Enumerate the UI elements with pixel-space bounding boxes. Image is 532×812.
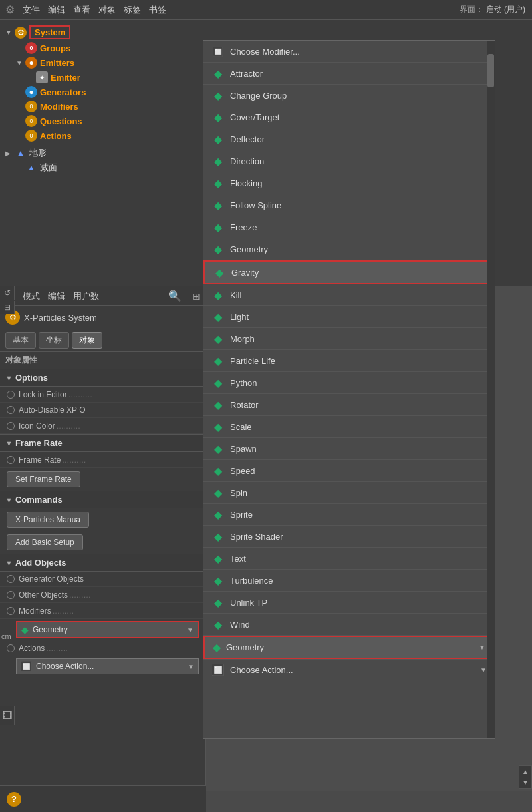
choose-action-arrow: ▼ — [480, 666, 487, 674]
change-group-label: Change Group — [230, 91, 287, 101]
particle-life-icon: ◆ — [211, 354, 225, 367]
menu-edit[interactable]: 编辑 — [48, 4, 65, 16]
dropdown-item-direction[interactable]: ◆ Direction — [203, 150, 495, 172]
bottom-expand-icon[interactable]: ⊞ — [192, 291, 200, 302]
options-group-title: Options — [15, 373, 48, 383]
menu-file[interactable]: 文件 — [23, 4, 40, 16]
dropdown-item-gravity[interactable]: ◆ Gravity — [203, 260, 495, 284]
frame-rate-radio[interactable] — [7, 456, 15, 464]
choose-action-select[interactable]: 🔲 Choose Action... ▼ — [203, 659, 495, 680]
menu-object[interactable]: 对象 — [98, 4, 116, 16]
dropdown-item-freeze[interactable]: ◆ Freeze — [203, 216, 495, 238]
menu-bookmark[interactable]: 书签 — [149, 4, 166, 16]
set-frame-rate-row: Set Frame Rate — [0, 468, 205, 491]
dropdown-item-text[interactable]: ◆ Text — [203, 548, 495, 570]
actions-select-container: 🔲 Choose Action... ▼ — [0, 656, 205, 676]
dropdown-item-python[interactable]: ◆ Python — [203, 372, 495, 394]
dropdown-item-attractor[interactable]: ◆ Attractor — [203, 63, 495, 85]
left-side-icon-window[interactable]: ⊟ — [0, 301, 15, 314]
dropdown-item-deflector[interactable]: ◆ Deflector — [203, 128, 495, 150]
dropdown-item-spawn[interactable]: ◆ Spawn — [203, 438, 495, 460]
deflector-icon: ◆ — [211, 132, 225, 146]
emitters-icon: ● — [25, 57, 37, 69]
emitter-icon: ✦ — [36, 71, 48, 83]
gravity-icon: ◆ — [213, 266, 226, 279]
dropdown-item-particle-life[interactable]: ◆ Particle Life — [203, 350, 495, 372]
dropdown-item-follow-spline[interactable]: ◆ Follow Spline — [203, 194, 495, 216]
film-icon[interactable]: 🎞 — [0, 706, 15, 725]
actions-select-box[interactable]: 🔲 Choose Action... ▼ — [16, 658, 199, 674]
scale-icon: ◆ — [211, 420, 225, 433]
modifiers-select-arrow: ▼ — [187, 626, 194, 634]
tab-object[interactable]: 对象 — [72, 332, 102, 349]
tree-label-system: System — [29, 25, 70, 39]
dropdown-item-cover-target[interactable]: ◆ Cover/Target — [203, 106, 495, 128]
add-basic-setup-button[interactable]: Add Basic Setup — [7, 534, 83, 550]
other-objects-radio[interactable] — [7, 591, 15, 599]
dropdown-item-kill[interactable]: ◆ Kill — [203, 284, 495, 306]
dropdown-item-flocking[interactable]: ◆ Flocking — [203, 172, 495, 194]
dropdown-item-unlink-tp[interactable]: ◆ Unlink TP — [203, 592, 495, 614]
dropdown-item-change-group[interactable]: ◆ Change Group — [203, 85, 495, 106]
left-side-icon-refresh[interactable]: ↺ — [0, 286, 15, 300]
frame-rate-dots: .......... — [62, 455, 86, 465]
dropdown-item-sprite-shader[interactable]: ◆ Sprite Shader — [203, 526, 495, 548]
menu-view[interactable]: 查看 — [73, 4, 90, 16]
dropdown-item-choose-modifier[interactable]: 🔲 Choose Modifier... — [203, 41, 495, 63]
bottom-geometry-select[interactable]: ◆ Geometry ▼ — [203, 636, 495, 659]
auto-disable-radio[interactable] — [7, 406, 15, 414]
particle-life-label: Particle Life — [230, 356, 275, 366]
tab-coordinates[interactable]: 坐标 — [39, 332, 69, 349]
prop-other-objects: Other Objects ......... — [0, 587, 205, 603]
dropdown-item-turbulence[interactable]: ◆ Turbulence — [203, 570, 495, 592]
refresh-icon: ↺ — [4, 288, 11, 298]
dropdown-item-geometry-item[interactable]: ◆ Geometry — [203, 238, 495, 260]
dropdown-item-sprite[interactable]: ◆ Sprite — [203, 504, 495, 526]
modifiers-row-dots: ......... — [53, 606, 74, 616]
dropdown-item-morph[interactable]: ◆ Morph — [203, 328, 495, 350]
set-frame-rate-button[interactable]: Set Frame Rate — [7, 471, 80, 487]
dropdown-item-speed[interactable]: ◆ Speed — [203, 460, 495, 482]
text-item-label: Text — [230, 554, 246, 564]
xp-manual-button[interactable]: X-Particles Manua — [7, 512, 89, 528]
add-objects-group-header[interactable]: ▼ Add Objects — [0, 554, 205, 572]
modifiers-row-radio[interactable] — [7, 607, 15, 615]
prop-modifiers-row: Modifiers ......... — [0, 603, 205, 619]
scroll-down-icon[interactable]: ▼ — [522, 779, 529, 786]
help-bar: ? — [0, 785, 206, 812]
prop-icon-color: Icon Color .......... — [0, 418, 205, 434]
scroll-up-icon[interactable]: ▲ — [522, 768, 529, 775]
tab-basic[interactable]: 基本 — [5, 332, 36, 349]
options-group-header[interactable]: ▼ Options — [0, 369, 205, 387]
freeze-label: Freeze — [230, 222, 257, 232]
sprite-label: Sprite — [230, 510, 253, 520]
lock-editor-radio[interactable] — [7, 391, 15, 399]
generator-objects-radio[interactable] — [7, 575, 15, 583]
interface-value: 启动 (用户) — [486, 4, 525, 15]
frame-rate-title: Frame Rate — [15, 438, 63, 448]
bottom-search-icon[interactable]: 🔍 — [168, 290, 182, 302]
dropdown-item-rotator[interactable]: ◆ Rotator — [203, 394, 495, 416]
menu-tag[interactable]: 标签 — [124, 4, 141, 16]
dropdown-item-scale[interactable]: ◆ Scale — [203, 416, 495, 438]
frame-rate-label: Frame Rate — [19, 455, 61, 465]
scrollbar-thumb[interactable] — [487, 54, 494, 87]
text-item-icon: ◆ — [211, 552, 225, 565]
menu-userdata[interactable]: 用户数 — [73, 290, 99, 302]
menu-mode[interactable]: 模式 — [23, 290, 40, 302]
icon-color-radio[interactable] — [7, 422, 15, 430]
menu-bottom-edit[interactable]: 编辑 — [48, 290, 65, 302]
dropdown-item-spin[interactable]: ◆ Spin — [203, 482, 495, 504]
help-icon[interactable]: ? — [7, 792, 21, 807]
commands-group-title: Commands — [15, 495, 63, 505]
modifiers-select-box[interactable]: ◆ Geometry ▼ — [16, 621, 199, 638]
dropdown-item-wind[interactable]: ◆ Wind — [203, 614, 495, 636]
scroll-arrows[interactable]: ▲ ▼ — [519, 765, 532, 789]
tree-item-system[interactable]: ▼ ⚙ System — [5, 24, 527, 41]
frame-rate-group-header[interactable]: ▼ Frame Rate — [0, 434, 205, 452]
commands-group-header[interactable]: ▼ Commands — [0, 491, 205, 508]
scrollbar-track[interactable] — [487, 41, 495, 738]
actions-row-radio[interactable] — [7, 644, 15, 652]
dropdown-item-light[interactable]: ◆ Light — [203, 306, 495, 328]
modifiers-row-label: Modifiers — [19, 606, 51, 616]
